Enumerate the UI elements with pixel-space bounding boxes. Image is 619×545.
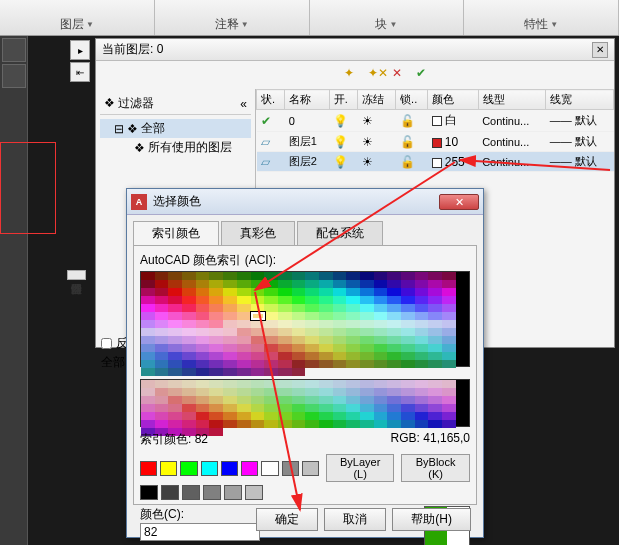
palette-cell[interactable] — [141, 304, 155, 312]
palette-cell[interactable] — [278, 336, 292, 344]
palette-cell[interactable] — [278, 296, 292, 304]
palette-cell[interactable] — [223, 280, 237, 288]
palette-cell[interactable] — [442, 404, 456, 412]
palette-cell[interactable] — [428, 288, 442, 296]
palette-cell[interactable] — [442, 280, 456, 288]
palette-cell[interactable] — [182, 312, 196, 320]
palette-cell[interactable] — [387, 412, 401, 420]
palette-cell[interactable] — [278, 288, 292, 296]
palette-cell[interactable] — [141, 388, 155, 396]
palette-cell[interactable] — [428, 272, 442, 280]
palette-cell[interactable] — [223, 272, 237, 280]
palette-cell[interactable] — [374, 304, 388, 312]
palette-cell[interactable] — [196, 328, 210, 336]
palette-cell[interactable] — [251, 320, 265, 328]
palette-cell[interactable] — [319, 344, 333, 352]
palette-cell[interactable] — [428, 404, 442, 412]
palette-cell[interactable] — [305, 328, 319, 336]
palette-cell[interactable] — [182, 336, 196, 344]
palette-cell[interactable] — [360, 280, 374, 288]
palette-cell[interactable] — [264, 320, 278, 328]
palette-cell[interactable] — [251, 360, 265, 368]
palette-cell[interactable] — [305, 312, 319, 320]
palette-cell[interactable] — [278, 360, 292, 368]
palette-cell[interactable] — [360, 380, 374, 388]
palette-cell[interactable] — [387, 380, 401, 388]
palette-cell[interactable] — [346, 404, 360, 412]
palette-cell[interactable] — [360, 388, 374, 396]
palette-cell[interactable] — [292, 312, 306, 320]
palette-cell[interactable] — [333, 312, 347, 320]
palette-cell[interactable] — [196, 404, 210, 412]
palette-cell[interactable] — [251, 280, 265, 288]
palette-cell[interactable] — [387, 420, 401, 428]
palette-cell[interactable] — [278, 304, 292, 312]
col-linetype[interactable]: 线型 — [478, 90, 546, 110]
palette-cell[interactable] — [141, 280, 155, 288]
palette-cell[interactable] — [168, 396, 182, 404]
palette-cell[interactable] — [251, 312, 265, 320]
std-color-swatch[interactable] — [160, 461, 177, 476]
palette-cell[interactable] — [374, 396, 388, 404]
palette-cell[interactable] — [264, 412, 278, 420]
bulb-icon[interactable]: 💡 — [333, 155, 348, 169]
palette-cell[interactable] — [223, 320, 237, 328]
palette-cell[interactable] — [168, 352, 182, 360]
std-color-swatch[interactable] — [180, 461, 197, 476]
palette-cell[interactable] — [264, 396, 278, 404]
palette-cell[interactable] — [292, 280, 306, 288]
palette-cell[interactable] — [305, 304, 319, 312]
palette-cell[interactable] — [196, 368, 210, 376]
palette-cell[interactable] — [209, 336, 223, 344]
layer-row[interactable]: ▱ 图层2 💡 ☀ 🔓 255 Continu... —— 默认 — [257, 152, 614, 172]
palette-cell[interactable] — [374, 328, 388, 336]
palette-cell[interactable] — [251, 336, 265, 344]
palette-cell[interactable] — [360, 412, 374, 420]
palette-cell[interactable] — [401, 304, 415, 312]
palette-cell[interactable] — [264, 304, 278, 312]
palette-cell[interactable] — [333, 396, 347, 404]
palette-cell[interactable] — [278, 420, 292, 428]
help-button[interactable]: 帮助(H) — [392, 508, 471, 531]
palette-cell[interactable] — [305, 280, 319, 288]
palette-cell[interactable] — [401, 380, 415, 388]
palette-cell[interactable] — [182, 320, 196, 328]
palette-cell[interactable] — [319, 272, 333, 280]
palette-cell[interactable] — [278, 272, 292, 280]
palette-cell[interactable] — [333, 296, 347, 304]
palette-cell[interactable] — [209, 368, 223, 376]
palette-cell[interactable] — [264, 272, 278, 280]
palette-cell[interactable] — [182, 296, 196, 304]
palette-cell[interactable] — [374, 280, 388, 288]
palette-cell[interactable] — [196, 288, 210, 296]
palette-cell[interactable] — [237, 304, 251, 312]
palette-cell[interactable] — [428, 388, 442, 396]
palette-cell[interactable] — [319, 288, 333, 296]
palette-cell[interactable] — [264, 352, 278, 360]
palette-cell[interactable] — [401, 296, 415, 304]
palette-cell[interactable] — [182, 304, 196, 312]
bylayer-button[interactable]: ByLayer (L) — [326, 454, 394, 482]
palette-cell[interactable] — [237, 312, 251, 320]
palette-cell[interactable] — [305, 404, 319, 412]
palette-cell[interactable] — [333, 288, 347, 296]
palette-cell[interactable] — [319, 304, 333, 312]
palette-cell[interactable] — [374, 344, 388, 352]
gray-swatch[interactable] — [161, 485, 179, 500]
palette-cell[interactable] — [387, 320, 401, 328]
palette-cell[interactable] — [333, 272, 347, 280]
palette-cell[interactable] — [442, 396, 456, 404]
palette-cell[interactable] — [428, 304, 442, 312]
palette-cell[interactable] — [264, 336, 278, 344]
palette-cell[interactable] — [141, 396, 155, 404]
palette-cell[interactable] — [387, 388, 401, 396]
palette-cell[interactable] — [401, 396, 415, 404]
palette-cell[interactable] — [237, 388, 251, 396]
palette-cell[interactable] — [292, 344, 306, 352]
palette-cell[interactable] — [387, 272, 401, 280]
palette-cell[interactable] — [346, 320, 360, 328]
palette-cell[interactable] — [251, 328, 265, 336]
palette-cell[interactable] — [401, 344, 415, 352]
palette-cell[interactable] — [401, 328, 415, 336]
palette-cell[interactable] — [209, 396, 223, 404]
